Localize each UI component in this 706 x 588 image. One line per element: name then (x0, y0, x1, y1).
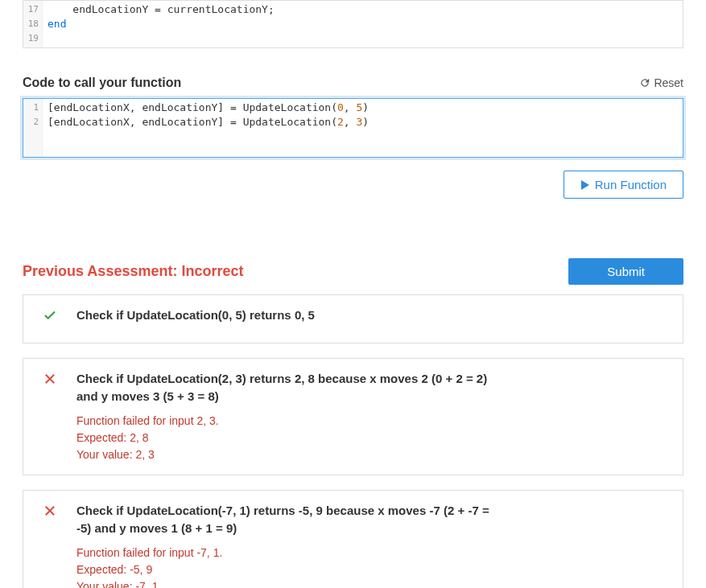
test-result: Check if UpdateLocation(2, 3) returns 2,… (23, 358, 683, 475)
test-result-body: Check if UpdateLocation(-7, 1) returns -… (76, 502, 495, 589)
test-result-body: Check if UpdateLocation(2, 3) returns 2,… (76, 370, 495, 463)
assessment-header: Previous Assessment: Incorrect Submit (23, 258, 683, 285)
editor-gutter: 1 2 (23, 99, 43, 157)
test-result-body: Check if UpdateLocation(0, 5) returns 0,… (76, 306, 495, 331)
editor-content[interactable]: [endLocationX, endLocationY] = UpdateLoc… (43, 99, 683, 157)
function-code-editor[interactable]: 17 18 19 endLocationY = currentLocationY… (23, 0, 683, 48)
line-number: 19 (27, 31, 39, 46)
fail-icon (38, 502, 62, 518)
code-line: [endLocationX, endLocationY] = UpdateLoc… (47, 101, 678, 115)
fail-icon (38, 370, 62, 386)
call-section-header: Code to call your function Reset (23, 76, 683, 90)
call-section-title: Code to call your function (23, 76, 181, 90)
assessment-title: Previous Assessment: Incorrect (23, 263, 243, 280)
run-button-label: Run Function (595, 178, 667, 191)
run-function-button[interactable]: Run Function (564, 171, 683, 199)
reset-button[interactable]: Reset (639, 76, 683, 89)
run-button-row: Run Function (23, 171, 683, 199)
pass-icon (38, 306, 62, 323)
reset-icon (639, 77, 650, 88)
line-number: 2 (27, 115, 39, 130)
code-line: endLocationY = currentLocationY; (47, 2, 678, 17)
editor-gutter: 17 18 19 (23, 1, 43, 47)
test-fail-detail: Function failed for input -7, 1. Expecte… (76, 545, 495, 589)
line-number: 1 (27, 101, 39, 115)
keyword-end: end (47, 18, 66, 30)
test-fail-detail: Function failed for input 2, 3. Expected… (76, 413, 495, 463)
reset-label: Reset (654, 76, 683, 89)
test-result: Check if UpdateLocation(-7, 1) returns -… (23, 490, 683, 589)
test-result-title: Check if UpdateLocation(2, 3) returns 2,… (76, 370, 495, 406)
code-line: [endLocationX, endLocationY] = UpdateLoc… (47, 115, 678, 130)
test-result-title: Check if UpdateLocation(0, 5) returns 0,… (76, 306, 495, 325)
test-result-title: Check if UpdateLocation(-7, 1) returns -… (76, 502, 495, 538)
play-icon (580, 180, 590, 190)
test-result: Check if UpdateLocation(0, 5) returns 0,… (23, 294, 683, 343)
editor-content[interactable]: endLocationY = currentLocationY; end (43, 1, 683, 47)
line-number: 17 (27, 2, 39, 17)
line-number: 18 (27, 17, 39, 31)
submit-button[interactable]: Submit (568, 258, 683, 285)
call-code-editor[interactable]: 1 2 [endLocationX, endLocationY] = Updat… (23, 98, 683, 158)
code-line: end (47, 17, 678, 31)
